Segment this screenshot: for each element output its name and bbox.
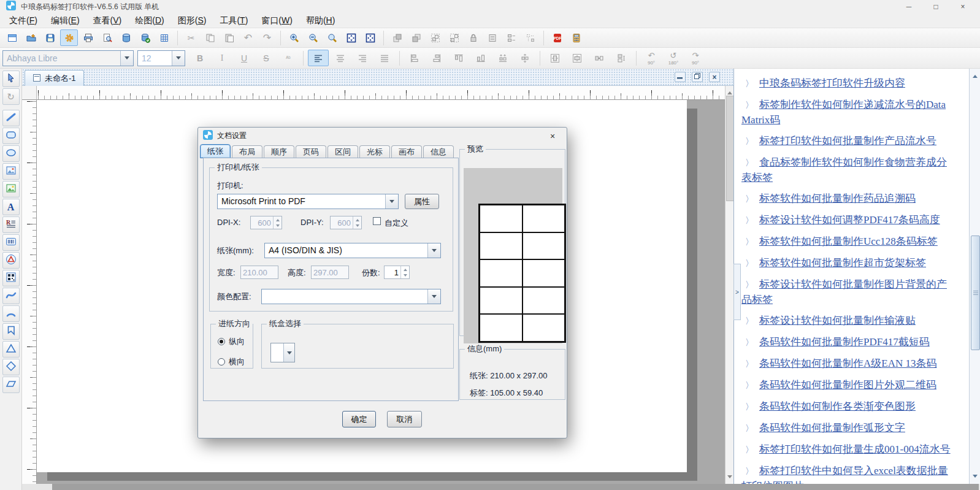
scroll-up-icon[interactable]: [727, 89, 732, 94]
document-tab[interactable]: 未命名-1: [25, 70, 84, 86]
line-tool[interactable]: [2, 110, 20, 126]
print-button[interactable]: [79, 29, 97, 46]
tab-order[interactable]: 顺序: [264, 145, 294, 158]
restore-document-button[interactable]: [692, 72, 703, 82]
sidebar-link[interactable]: 〉中琅条码标签打印软件升级内容: [741, 76, 952, 91]
save-button[interactable]: [41, 29, 59, 46]
polygon-tool[interactable]: [2, 323, 20, 340]
sidebar-link[interactable]: 〉标签设计软件如何批量制作图片背景的产品标签: [741, 277, 952, 307]
scroll-down-icon[interactable]: [973, 475, 978, 480]
text-tool[interactable]: A: [2, 199, 20, 215]
qrcode-tool[interactable]: [2, 270, 20, 286]
rounded-rect-tool[interactable]: [2, 128, 20, 144]
maximize-button[interactable]: □: [922, 0, 949, 13]
scrollbar-thumb[interactable]: [52, 484, 979, 490]
menu-file[interactable]: 文件(F): [2, 14, 44, 28]
new-document-button[interactable]: [3, 29, 21, 46]
sidebar-link[interactable]: 〉标签打印软件如何批量生成001-004流水号: [741, 442, 952, 457]
database-button[interactable]: [117, 29, 135, 46]
dropdown-arrow-icon[interactable]: [172, 51, 185, 66]
barcode-tool[interactable]: [2, 234, 20, 251]
dropdown-arrow-icon[interactable]: [385, 194, 398, 209]
sidebar-link[interactable]: 〉标签设计软件如何调整PDF417条码高度: [741, 213, 952, 228]
dropdown-arrow-icon[interactable]: [427, 243, 440, 258]
sidebar-link[interactable]: 〉标签软件如何批量制作Ucc128条码标签: [741, 234, 952, 250]
sidebar-link[interactable]: 〉条码软件如何批量制作弧形文字: [741, 421, 952, 436]
label-calculator-button[interactable]: [567, 29, 585, 46]
minimize-document-button[interactable]: [675, 72, 686, 82]
export-pdf-button[interactable]: PDF: [548, 29, 566, 46]
image-tool[interactable]: [2, 163, 20, 180]
sidebar-link[interactable]: 〉标签软件如何批量制作超市货架标签: [741, 256, 952, 271]
dropdown-arrow-icon[interactable]: [427, 289, 440, 304]
database-connect-button[interactable]: [136, 29, 154, 46]
sidebar-link[interactable]: 〉标签打印软件如何批量制作产品流水号: [741, 134, 952, 149]
align-left-button[interactable]: [308, 50, 329, 66]
sidebar-link[interactable]: 〉标签制作软件如何制作递减流水号的Data Matrix码: [741, 98, 952, 128]
close-document-button[interactable]: ×: [709, 72, 720, 82]
minimize-button[interactable]: ─: [895, 0, 922, 13]
cancel-button[interactable]: 取消: [387, 411, 422, 427]
sidebar-link[interactable]: 〉食品标签制作软件如何制作食物营养成分表标签: [741, 155, 952, 185]
sidebar-vscrollbar[interactable]: [969, 69, 980, 484]
tab-range[interactable]: 区间: [327, 145, 358, 158]
menu-draw[interactable]: 绘图(D): [128, 14, 170, 28]
paper-tray-combo[interactable]: [270, 343, 295, 362]
menu-help[interactable]: 帮助(H): [299, 14, 342, 28]
fit-expand-button[interactable]: [342, 29, 360, 46]
dropdown-arrow-icon[interactable]: [283, 343, 294, 362]
sidebar-link[interactable]: 〉条码软件如何批量制作PDF417截短码: [741, 335, 952, 350]
open-file-button[interactable]: [22, 29, 40, 46]
menu-view[interactable]: 查看(V): [86, 14, 129, 28]
printer-properties-button[interactable]: 属性: [405, 194, 439, 209]
scroll-up-icon[interactable]: [973, 72, 978, 78]
sidebar-collapse-handle[interactable]: >: [733, 264, 741, 320]
sidebar-link[interactable]: 〉标签设计软件如何批量制作输液贴: [741, 313, 952, 329]
menu-window[interactable]: 窗口(W): [255, 14, 299, 28]
sidebar-link[interactable]: 〉条码软件如何制作各类渐变色图形: [741, 399, 952, 415]
font-family-combo[interactable]: Abhaya Libre: [2, 50, 134, 66]
font-size-combo[interactable]: 12: [137, 50, 185, 66]
landscape-radio[interactable]: 横向: [218, 356, 253, 367]
tab-layout[interactable]: 布局: [232, 145, 262, 158]
zoom-button[interactable]: [323, 29, 341, 46]
zoom-out-button[interactable]: [304, 29, 322, 46]
tab-paper[interactable]: 纸张: [200, 144, 231, 158]
paper-size-combo[interactable]: A4 (ISO/DIN & JIS): [264, 243, 441, 258]
zoom-in-button[interactable]: [285, 29, 303, 46]
tab-cursor[interactable]: 光标: [359, 145, 390, 158]
menu-shape[interactable]: 图形(S): [171, 14, 213, 28]
arc-tool[interactable]: [2, 305, 20, 322]
sidebar-link[interactable]: 〉标签打印软件中如何导入excel表数据批量打印位图图片: [741, 464, 952, 484]
printer-combo[interactable]: Microsoft Print to PDF: [217, 194, 399, 209]
logo-tool[interactable]: [2, 252, 20, 269]
document-vscrollbar[interactable]: [725, 86, 733, 484]
triangle-tool[interactable]: [2, 341, 20, 358]
ok-button[interactable]: 确定: [342, 411, 376, 427]
picture-tool[interactable]: [2, 181, 20, 197]
grid-settings-button[interactable]: [155, 29, 173, 46]
ellipse-tool[interactable]: [2, 145, 20, 162]
menu-tools[interactable]: 工具(T): [213, 14, 255, 28]
sidebar-link[interactable]: 〉条码软件如何批量制作A级EAN 13条码: [741, 356, 952, 372]
copies-spinner[interactable]: 1: [384, 266, 410, 279]
dropdown-arrow-icon[interactable]: [120, 51, 133, 66]
parallelogram-tool[interactable]: [2, 377, 20, 393]
print-preview-button[interactable]: [98, 29, 116, 46]
close-button[interactable]: ×: [949, 0, 976, 13]
scroll-down-icon[interactable]: [727, 475, 732, 481]
sidebar-link[interactable]: 〉标签软件如何批量制作药品追溯码: [741, 191, 952, 207]
document-setup-button[interactable]: [60, 29, 78, 46]
tab-pagenum[interactable]: 页码: [296, 145, 326, 158]
tab-info[interactable]: 信息: [423, 145, 454, 158]
color-profile-combo[interactable]: [261, 289, 441, 304]
rich-text-tool[interactable]: R: [2, 216, 20, 233]
tab-canvas[interactable]: 画布: [391, 145, 422, 158]
horizontal-scrollbar[interactable]: [22, 484, 980, 490]
portrait-radio[interactable]: 纵向: [218, 335, 253, 347]
diamond-tool[interactable]: [2, 359, 20, 375]
dialog-close-button[interactable]: ×: [543, 130, 562, 142]
menu-edit[interactable]: 编辑(E): [44, 14, 86, 28]
scrollbar-thumb[interactable]: [971, 235, 980, 350]
fit-shrink-button[interactable]: [361, 29, 379, 46]
